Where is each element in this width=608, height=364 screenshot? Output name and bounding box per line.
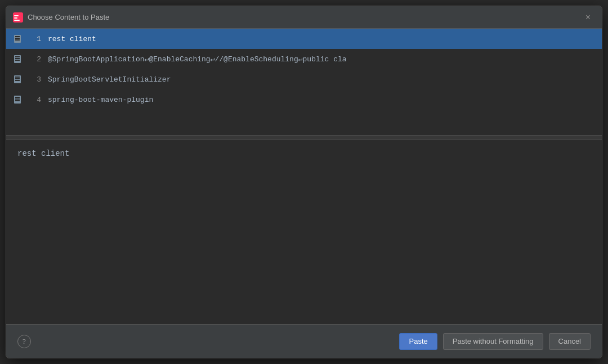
item-icon xyxy=(13,95,22,104)
item-icon xyxy=(13,34,22,43)
item-text: SpringBootServletInitializer xyxy=(48,75,171,84)
svg-rect-3 xyxy=(14,20,20,21)
preview-text: rest client xyxy=(17,149,69,158)
clipboard-list: 1 rest client 2 @SpringBootApplication↵@… xyxy=(6,29,602,136)
paste-button[interactable]: Paste xyxy=(399,333,437,350)
list-item[interactable]: 4 spring-boot-maven-plugin xyxy=(6,89,602,110)
item-icon xyxy=(13,75,22,84)
list-item[interactable]: 1 rest client xyxy=(6,29,602,49)
footer: ? Paste Paste without Formatting Cancel xyxy=(6,324,602,358)
item-number: 3 xyxy=(28,75,41,84)
dialog: Choose Content to Paste × 1 rest client … xyxy=(6,6,602,358)
list-item[interactable]: 3 SpringBootServletInitializer xyxy=(6,69,602,89)
footer-right: Paste Paste without Formatting Cancel xyxy=(399,333,591,350)
preview-area: rest client xyxy=(6,140,602,324)
svg-rect-2 xyxy=(14,17,17,19)
help-button[interactable]: ? xyxy=(17,335,31,348)
item-number: 1 xyxy=(28,35,41,43)
svg-rect-1 xyxy=(14,15,19,16)
item-text: rest client xyxy=(48,35,96,43)
item-icon xyxy=(13,55,22,64)
close-button[interactable]: × xyxy=(581,11,595,24)
paste-without-formatting-button[interactable]: Paste without Formatting xyxy=(443,333,543,350)
app-icon xyxy=(13,12,23,23)
footer-left: ? xyxy=(17,335,31,348)
item-text: @SpringBootApplication↵@EnableCaching↵//… xyxy=(48,55,347,64)
title-bar: Choose Content to Paste × xyxy=(6,6,602,29)
item-number: 4 xyxy=(28,96,41,104)
item-number: 2 xyxy=(28,55,41,64)
list-preview-divider xyxy=(6,136,602,140)
svg-rect-0 xyxy=(13,12,23,23)
list-item[interactable]: 2 @SpringBootApplication↵@EnableCaching↵… xyxy=(6,49,602,69)
cancel-button[interactable]: Cancel xyxy=(549,333,591,350)
dialog-content: 1 rest client 2 @SpringBootApplication↵@… xyxy=(6,29,602,324)
dialog-title: Choose Content to Paste xyxy=(28,13,581,21)
item-text: spring-boot-maven-plugin xyxy=(48,96,153,104)
